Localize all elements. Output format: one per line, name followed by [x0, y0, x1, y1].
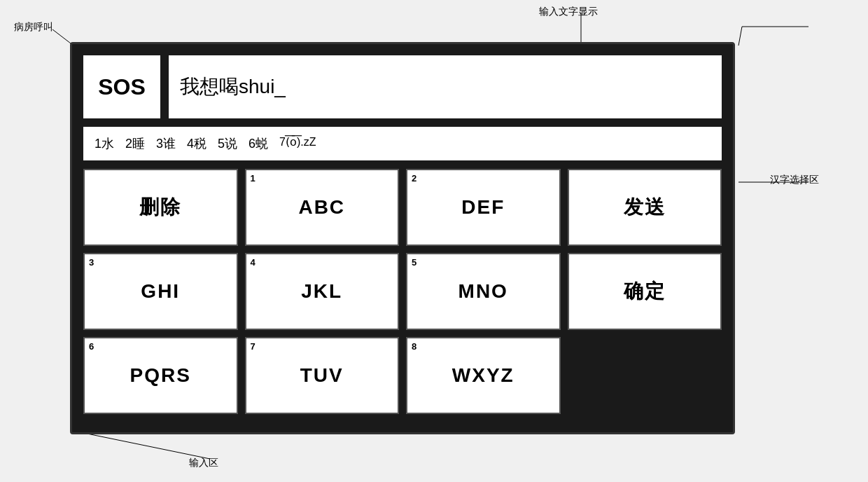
confirm-button[interactable]: 确定 [568, 253, 722, 330]
confirm-label: 确定 [624, 278, 666, 305]
hanzi-select-area: 1水 2睡 3谁 4税 5说 6蜕 7(͞o͞).zZ [83, 127, 722, 160]
keyboard-area: 删除 1 ABC 2 DEF 发送 3 GHI 4 JKL 5 MNO 确定 [83, 169, 722, 414]
ward-call-label: 病房呼叫 [14, 21, 53, 34]
tuv-button[interactable]: 7 TUV [245, 337, 400, 414]
hanzi-select-label: 汉字选择区 [770, 174, 819, 186]
hanzi-item-2[interactable]: 2睡 [125, 135, 145, 152]
jkl-label: JKL [301, 280, 342, 303]
top-row: SOS 我想喝shui_ [83, 55, 722, 118]
hanzi-item-4[interactable]: 4税 [187, 135, 206, 152]
svg-line-2 [738, 27, 742, 46]
ghi-button[interactable]: 3 GHI [83, 253, 238, 330]
sos-button[interactable]: SOS [83, 55, 160, 118]
hanzi-candidates: 1水 2睡 3谁 4税 5说 6蜕 7(͞o͞).zZ [94, 135, 316, 152]
hanzi-item-7[interactable]: 7(͞o͞).zZ [279, 135, 316, 152]
delete-button[interactable]: 删除 [83, 169, 238, 246]
wxyz-button[interactable]: 8 WXYZ [406, 337, 561, 414]
send-button[interactable]: 发送 [568, 169, 722, 246]
jkl-button[interactable]: 4 JKL [245, 253, 400, 330]
hanzi-item-3[interactable]: 3谁 [156, 135, 176, 152]
abc-label: ABC [298, 196, 345, 219]
def-number: 2 [412, 173, 416, 184]
tuv-label: TUV [300, 364, 344, 387]
mno-number: 5 [412, 257, 416, 268]
hanzi-item-1[interactable]: 1水 [94, 135, 114, 152]
def-button[interactable]: 2 DEF [406, 169, 561, 246]
text-display: 我想喝shui_ [169, 55, 722, 118]
pqrs-button[interactable]: 6 PQRS [83, 337, 238, 414]
wxyz-label: WXYZ [452, 364, 514, 387]
send-label: 发送 [624, 194, 666, 221]
hanzi-item-5[interactable]: 5说 [218, 135, 237, 152]
abc-number: 1 [251, 173, 255, 184]
ghi-label: GHI [141, 280, 180, 303]
hanzi-item-6[interactable]: 6蜕 [248, 135, 268, 152]
def-label: DEF [461, 196, 505, 219]
input-display-label: 输入文字显示 [539, 6, 598, 18]
main-panel: SOS 我想喝shui_ 1水 2睡 3谁 4税 5说 6蜕 7(͞o͞).zZ… [70, 42, 735, 434]
delete-label: 删除 [139, 194, 181, 221]
ghi-number: 3 [89, 257, 94, 268]
mno-button[interactable]: 5 MNO [406, 253, 561, 330]
abc-button[interactable]: 1 ABC [245, 169, 400, 246]
pqrs-label: PQRS [130, 364, 191, 387]
tuv-number: 7 [251, 341, 255, 352]
wxyz-number: 8 [412, 341, 416, 352]
pqrs-number: 6 [89, 341, 94, 352]
jkl-number: 4 [251, 257, 255, 268]
svg-line-6 [74, 431, 210, 459]
mno-label: MNO [458, 280, 508, 303]
input-area-label: 输入区 [189, 457, 218, 469]
